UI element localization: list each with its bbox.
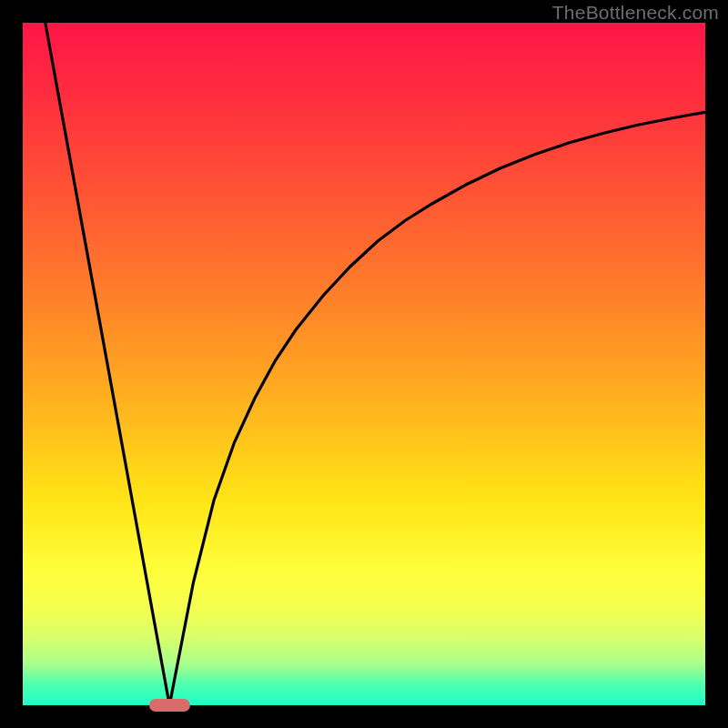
plot-area — [23, 23, 705, 705]
minimum-marker — [149, 699, 190, 712]
curve-layer — [23, 23, 705, 705]
bottleneck-curve — [46, 23, 705, 705]
watermark-text: TheBottleneck.com — [552, 2, 719, 24]
chart-frame: TheBottleneck.com — [0, 0, 728, 728]
